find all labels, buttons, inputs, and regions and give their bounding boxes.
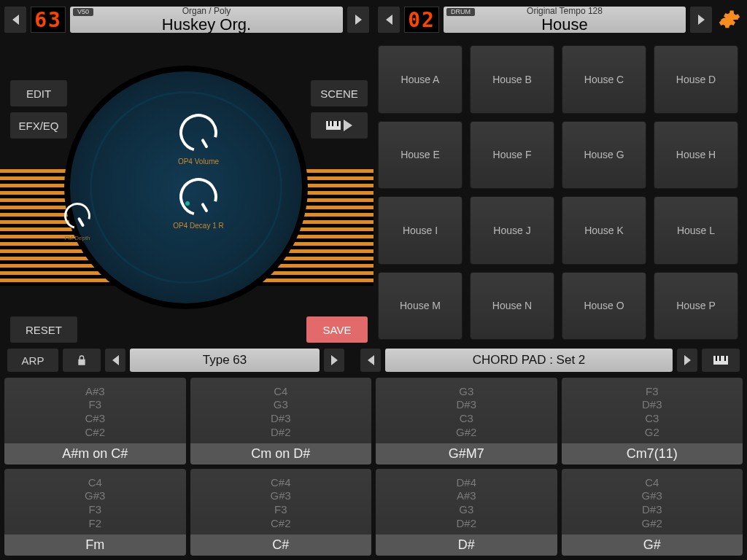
drum-pad[interactable]: House F: [470, 121, 554, 190]
chord-pad[interactable]: G3D#3C3G#2 G#M7: [376, 378, 557, 464]
drum-next-button[interactable]: [690, 7, 712, 33]
chord-label: G#: [562, 534, 743, 556]
piano-icon: [326, 121, 341, 130]
chord-notes: C4G3D#3D#2: [271, 378, 291, 443]
xy-pad-area: OP4 Volume OP4 Decay 1 R FM Depth EDIT E…: [0, 39, 374, 346]
chord-label: D#: [376, 534, 557, 556]
arrow-right-icon: [331, 355, 338, 365]
chord-pad-grid: A#3F3C#3C#2 A#m on C# C4G3D#3D#2 Cm on D…: [0, 375, 747, 560]
arrow-left-icon: [368, 355, 374, 365]
drum-bank-tag: DRUM: [446, 8, 475, 16]
chord-set-next[interactable]: [677, 349, 697, 372]
chord-pad[interactable]: F3D#3C3G2 Cm7(11): [562, 378, 743, 464]
chord-label: A#m on C#: [4, 443, 186, 464]
scene-button[interactable]: SCENE: [311, 80, 368, 106]
lock-button[interactable]: [63, 349, 101, 372]
piano-icon: [713, 356, 728, 365]
drum-pad[interactable]: House H: [654, 121, 738, 190]
chord-set-display[interactable]: CHORD PAD : Set 2: [385, 349, 673, 372]
drum-pad[interactable]: House M: [378, 272, 462, 341]
arp-type-display[interactable]: Type 63: [130, 349, 320, 372]
arrow-right-icon: [684, 355, 691, 365]
gear-icon: [719, 9, 740, 31]
knob-fm-label: FM Depth: [41, 235, 114, 241]
settings-button[interactable]: [716, 7, 743, 33]
chord-pad[interactable]: A#3F3C#3C#2 A#m on C#: [4, 378, 186, 464]
drum-pad[interactable]: House C: [562, 45, 646, 114]
drum-pad[interactable]: House N: [470, 272, 554, 341]
drum-pad[interactable]: House I: [378, 196, 462, 265]
drum-pad-grid: House A House B House C House D House E …: [378, 45, 738, 340]
lock-icon: [76, 354, 88, 366]
chord-pad[interactable]: C4G#3F3F2 Fm: [4, 469, 186, 556]
drum-pad[interactable]: House K: [562, 196, 646, 265]
drum-tempo: Original Tempo 128: [527, 7, 603, 16]
reset-button[interactable]: RESET: [10, 316, 77, 343]
arrow-left-icon: [112, 355, 119, 365]
drum-pad[interactable]: House G: [562, 121, 646, 190]
drum-pad[interactable]: House L: [654, 196, 738, 265]
synth-preset-display[interactable]: V50 Organ / Poly Huskey Org.: [70, 7, 343, 33]
chord-label: Cm7(11): [562, 443, 743, 464]
drum-pad[interactable]: House D: [654, 45, 738, 114]
arrow-left-icon: [386, 15, 392, 25]
drum-preset-display[interactable]: DRUM Original Tempo 128 House: [444, 7, 686, 33]
drum-prev-button[interactable]: [378, 7, 400, 33]
drum-pad[interactable]: House B: [470, 45, 554, 114]
drum-pad[interactable]: House J: [470, 196, 554, 265]
xy-disc[interactable]: OP4 Volume OP4 Decay 1 R FM Depth: [64, 66, 308, 309]
chord-notes: D#4A#3G3D#2: [456, 469, 476, 534]
chord-pad[interactable]: C#4G#3F3C#2 C#: [190, 469, 372, 556]
chord-label: C#: [190, 534, 372, 556]
arp-type-prev[interactable]: [105, 349, 125, 372]
drum-pad[interactable]: House O: [562, 272, 646, 341]
chord-notes: F3D#3C3G2: [642, 378, 662, 443]
synth-preset-name: Huskey Org.: [162, 16, 251, 33]
synth-bank-tag: V50: [73, 8, 93, 16]
synth-next-button[interactable]: [347, 7, 369, 33]
chord-label: Cm on D#: [190, 443, 372, 464]
drum-preset-name: House: [541, 16, 588, 33]
sequence-play-button[interactable]: [311, 112, 368, 139]
drum-pad[interactable]: House P: [654, 272, 738, 341]
chord-label: G#M7: [376, 443, 557, 464]
chord-pad[interactable]: D#4A#3G3D#2 D#: [376, 469, 557, 556]
chord-notes: C#4G#3F3C#2: [271, 469, 291, 534]
xy-cursor-dot: [185, 201, 190, 206]
arp-button[interactable]: ARP: [7, 349, 58, 372]
knob-op4-decay-label: OP4 Decay 1 R: [162, 222, 235, 230]
chord-notes: C4G#3F3F2: [85, 469, 105, 534]
drum-pad[interactable]: House A: [378, 45, 462, 114]
synth-prev-button[interactable]: [4, 7, 26, 33]
efx-eq-button[interactable]: EFX/EQ: [10, 112, 67, 139]
arrow-left-icon: [12, 15, 19, 25]
chord-notes: G3D#3C3G#2: [456, 378, 476, 443]
edit-button[interactable]: EDIT: [10, 80, 67, 106]
keyboard-button[interactable]: [702, 349, 740, 372]
synth-number: 63: [31, 7, 66, 33]
chord-pad[interactable]: C4G3D#3D#2 Cm on D#: [190, 378, 372, 464]
arrow-right-icon: [355, 15, 362, 25]
knob-op4-volume-label: OP4 Volume: [162, 158, 235, 166]
chord-set-prev[interactable]: [360, 349, 381, 372]
chord-label: Fm: [4, 534, 186, 556]
drum-number: 02: [404, 7, 439, 33]
synth-category: Organ / Poly: [182, 7, 231, 16]
play-icon: [344, 120, 352, 131]
knob-op4-decay[interactable]: [172, 171, 224, 222]
arp-type-next[interactable]: [324, 349, 344, 372]
save-button[interactable]: SAVE: [306, 316, 368, 343]
arrow-right-icon: [698, 15, 705, 25]
knob-op4-volume[interactable]: [172, 106, 224, 158]
chord-notes: A#3F3C#3C#2: [85, 378, 105, 443]
drum-pad[interactable]: House E: [378, 121, 462, 190]
chord-notes: C4G#3D#3G#2: [642, 469, 662, 534]
chord-pad[interactable]: C4G#3D#3G#2 G#: [562, 469, 743, 556]
